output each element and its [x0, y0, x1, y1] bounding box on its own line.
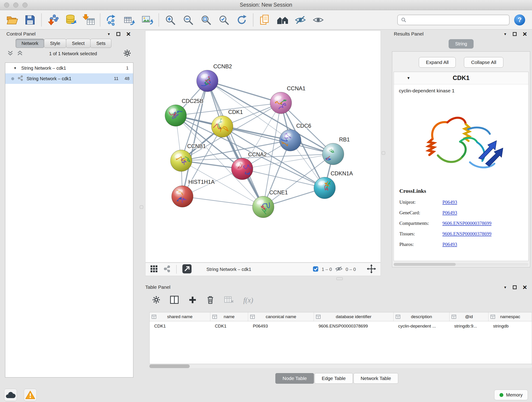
network-node-cdk1[interactable]: [211, 116, 233, 137]
crosslink-link-genecard[interactable]: P06493: [443, 210, 457, 216]
hide-graphics-details-button[interactable]: [294, 13, 307, 27]
crosslink-link-uniprot[interactable]: P06493: [443, 199, 457, 205]
float-panel-icon[interactable]: [513, 32, 517, 36]
selected-nodes-checkbox[interactable]: [313, 266, 318, 273]
table-gear-icon[interactable]: [152, 296, 160, 305]
splitter-handle[interactable]: [140, 205, 143, 209]
crosslink-link-tissues[interactable]: 9606.ENSP00000378699: [443, 231, 491, 237]
tab-select[interactable]: Select: [66, 39, 91, 48]
table-horizontal-scrollbar[interactable]: [149, 364, 532, 368]
tab-style[interactable]: Style: [44, 39, 66, 48]
close-panel-icon[interactable]: ×: [126, 30, 131, 38]
network-row[interactable]: String Network – cdk1 11 48: [5, 73, 133, 84]
panel-menu-icon[interactable]: ▼: [503, 285, 507, 289]
birds-eye-grid-icon[interactable]: [150, 265, 158, 274]
network-node-ccnb2[interactable]: [196, 70, 218, 92]
pan-icon[interactable]: [367, 264, 376, 274]
column-header-name[interactable]: name: [210, 313, 248, 321]
network-edge[interactable]: [207, 81, 281, 103]
table-row[interactable]: CDK1 CDK1 P06493 9606.ENSP00000378699 cy…: [150, 321, 532, 331]
network-edge[interactable]: [207, 81, 263, 207]
network-node-rb1[interactable]: [322, 143, 344, 166]
import-table-button[interactable]: [82, 13, 95, 27]
crosslink-link-pharos[interactable]: P06493: [443, 242, 457, 247]
help-button[interactable]: ?: [514, 14, 525, 26]
gear-icon[interactable]: [123, 49, 131, 58]
function-builder-icon[interactable]: f(x): [243, 296, 253, 304]
export-image-button[interactable]: [141, 13, 154, 27]
tab-network-table[interactable]: Network Table: [354, 373, 398, 384]
network-node-ccne1[interactable]: [253, 196, 274, 218]
network-node-cdkn1a[interactable]: [314, 177, 336, 199]
collapse-card-icon[interactable]: ▼: [407, 76, 410, 80]
search-input[interactable]: [409, 17, 506, 22]
delete-column-icon[interactable]: [206, 295, 215, 305]
cell-namespace[interactable]: stringdb: [488, 324, 532, 329]
show-graphics-details-button[interactable]: [312, 13, 325, 27]
export-view-button[interactable]: [182, 264, 192, 274]
network-edge[interactable]: [242, 169, 325, 188]
network-node-hist1h1a[interactable]: [172, 186, 193, 207]
warning-button[interactable]: [24, 389, 37, 401]
add-column-icon[interactable]: [188, 296, 196, 305]
tab-string[interactable]: String: [449, 39, 473, 49]
column-header-database-identifier[interactable]: database identifier: [314, 313, 394, 321]
import-network-file-button[interactable]: [46, 13, 60, 27]
cell-database-identifier[interactable]: 9606.ENSP00000378699: [314, 324, 394, 329]
memory-button[interactable]: Memory: [494, 390, 528, 400]
results-scrollbar[interactable]: [394, 263, 529, 266]
expander-icon[interactable]: ▼: [13, 66, 17, 70]
new-network-from-selection-button[interactable]: [105, 13, 118, 27]
zoom-in-button[interactable]: [164, 13, 177, 27]
column-header-shared-name[interactable]: shared name: [150, 313, 210, 321]
cell-name[interactable]: CDK1: [210, 324, 248, 329]
float-panel-icon[interactable]: [116, 32, 120, 36]
cell-id[interactable]: stringdb:9...: [450, 324, 488, 329]
cell-canonical-name[interactable]: P06493: [248, 324, 314, 329]
float-panel-icon[interactable]: [513, 285, 517, 289]
cell-shared-name[interactable]: CDK1: [150, 324, 210, 329]
show-columns-icon[interactable]: [170, 296, 179, 305]
network-node-ccna2[interactable]: [231, 158, 253, 180]
crosslink-link-compartments[interactable]: 9606.ENSP00000378699: [443, 220, 491, 226]
panel-menu-icon[interactable]: ▼: [107, 32, 110, 36]
network-node-cdc25b[interactable]: [165, 105, 186, 126]
scrollbar-thumb[interactable]: [149, 364, 190, 368]
close-panel-icon[interactable]: ×: [523, 283, 527, 291]
protein-card-header[interactable]: ▼ CDK1: [394, 72, 528, 84]
zoom-fit-button[interactable]: [199, 13, 213, 27]
tab-node-table[interactable]: Node Table: [275, 373, 314, 384]
cell-description[interactable]: cyclin-dependent ...: [394, 324, 450, 329]
maximize-window-button[interactable]: [22, 2, 27, 7]
network-node-ccnb1[interactable]: [171, 150, 192, 172]
network-graph[interactable]: CCNB2CCNA1CDC25BCDK1CDC6RB1CCNB1CCNA2CDK…: [146, 31, 381, 263]
export-table-button[interactable]: [123, 13, 136, 27]
save-session-button[interactable]: [23, 13, 37, 27]
expand-all-button[interactable]: Expand All: [419, 57, 456, 68]
tab-network[interactable]: Network: [16, 39, 44, 48]
minimize-window-button[interactable]: [13, 2, 18, 7]
network-node-ccna1[interactable]: [270, 92, 292, 114]
tab-edge-table[interactable]: Edge Table: [315, 373, 353, 384]
splitter-handle[interactable]: [336, 277, 343, 280]
hidden-eye-icon[interactable]: [335, 266, 342, 273]
close-panel-icon[interactable]: ×: [523, 30, 527, 38]
copy-session-button[interactable]: [258, 13, 271, 27]
import-network-database-button[interactable]: [64, 13, 77, 27]
network-canvas[interactable]: CCNB2CCNA1CDC25BCDK1CDC6RB1CCNB1CCNA2CDK…: [145, 31, 381, 262]
network-collection-row[interactable]: ▼ String Network – cdk1 1: [5, 63, 133, 73]
column-header-canonical-name[interactable]: canonical name: [248, 313, 314, 321]
home-button[interactable]: [276, 13, 289, 27]
expand-all-networks-icon[interactable]: [17, 51, 23, 57]
splitter-handle[interactable]: [382, 151, 385, 155]
column-header-id[interactable]: @id: [450, 313, 488, 321]
collapse-all-button[interactable]: Collapse All: [464, 57, 503, 68]
refresh-view-button[interactable]: [235, 13, 248, 27]
column-header-description[interactable]: description: [394, 313, 450, 321]
zoom-out-button[interactable]: [181, 13, 195, 27]
network-overview-icon[interactable]: [163, 265, 171, 274]
collapse-all-networks-icon[interactable]: [7, 51, 13, 57]
close-window-button[interactable]: [4, 2, 9, 7]
panel-menu-icon[interactable]: ▼: [503, 32, 507, 36]
column-header-namespace[interactable]: namespac: [488, 313, 532, 321]
